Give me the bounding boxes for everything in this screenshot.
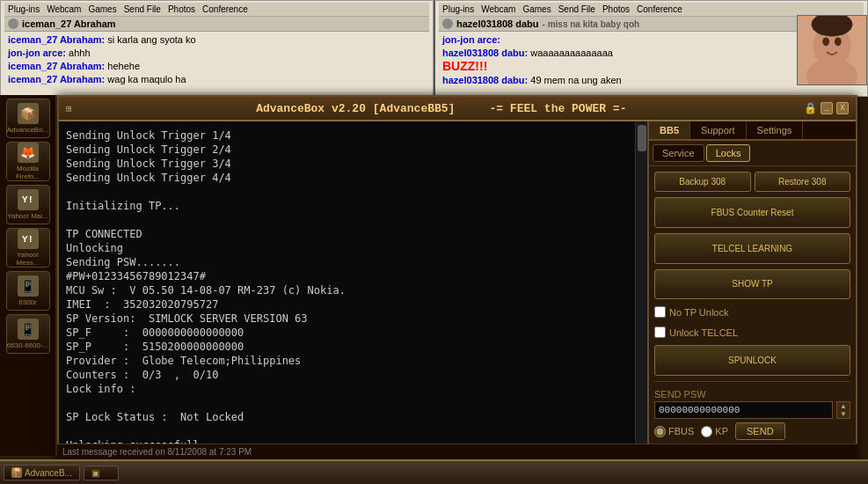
- sidebar-item-yahoomail[interactable]: Y! Yahoo! Mai...: [6, 185, 50, 224]
- toolbar-webcam-left[interactable]: Webcam: [47, 4, 81, 14]
- toolbar-games-right[interactable]: Games: [522, 4, 551, 14]
- status-text: Last message received on 8/11/2008 at 7:…: [62, 447, 252, 457]
- toolbar-photos-right[interactable]: Photos: [602, 4, 630, 14]
- no-tp-unlock-row: No TP Unlock: [654, 304, 850, 319]
- sidebar-item-yahoomess[interactable]: Y! Yahoo! Mess...: [6, 228, 50, 268]
- unlock-telcel-label: Unlock TELCEL: [669, 327, 738, 338]
- window-subtitle-text: -= FEEL the POWER =-: [489, 102, 626, 115]
- unlock-telcel-row: Unlock TELCEL: [654, 325, 850, 340]
- toolbar-plugins-right[interactable]: Plug-ins: [442, 4, 474, 14]
- send-button[interactable]: SEND: [735, 422, 785, 440]
- chat-toolbar-left: Plug-ins Webcam Games Send File Photos C…: [4, 3, 429, 17]
- toolbar-conference-left[interactable]: Conference: [202, 4, 248, 14]
- fbus-label: FBUS: [668, 426, 694, 436]
- sub-tab-service[interactable]: Service: [653, 144, 704, 162]
- show-tp-button[interactable]: SHOW TP: [654, 269, 850, 300]
- chat-username-right: hazel031808 dabu: [456, 18, 539, 29]
- backup-restore-row: Backup 308 Restore 308: [654, 172, 850, 192]
- kp-radio-label: KP: [701, 426, 728, 437]
- sidebar-label-6630: 6630-6600-...: [7, 341, 49, 349]
- spinner-down-button[interactable]: ▼: [837, 410, 850, 418]
- no-tp-unlock-checkbox[interactable]: [654, 306, 666, 318]
- console-output[interactable]: Sending Unlock Trigger 1/4 Sending Unloc…: [59, 121, 635, 458]
- chat-avatar-icon-left: [8, 18, 18, 29]
- sidebar: 📦 AdvanceBo... 🦊 Mozilla Firefo... Y! Ya…: [0, 95, 57, 456]
- close-button[interactable]: X: [836, 102, 849, 114]
- console-area: Sending Unlock Trigger 1/4 Sending Unloc…: [59, 121, 649, 476]
- tab-settings[interactable]: Settings: [747, 121, 804, 139]
- right-panel: BB5 Support Settings Service Locks Backu…: [649, 121, 856, 476]
- tab-bb5[interactable]: BB5: [649, 121, 690, 139]
- lock-icon: 🔒: [804, 102, 817, 115]
- window-content: Sending Unlock Trigger 1/4 Sending Unloc…: [59, 121, 856, 476]
- restore308-button[interactable]: Restore 308: [755, 172, 851, 192]
- taskbar-extra-icon: ▣: [91, 468, 99, 478]
- fbus-radio[interactable]: [654, 426, 666, 437]
- no-tp-unlock-label: No TP Unlock: [669, 307, 728, 318]
- spinner-up-button[interactable]: ▲: [837, 402, 850, 410]
- svg-point-3: [822, 37, 829, 46]
- taskbar-item-extra[interactable]: ▣: [84, 466, 119, 480]
- 6630-icon: 📱: [18, 319, 39, 340]
- tab-support[interactable]: Support: [690, 121, 747, 139]
- unlock-telcel-checkbox[interactable]: [654, 326, 666, 338]
- chat-msg-3: iceman_27 Abraham: hehehe: [8, 60, 426, 73]
- toolbar-sendfile-left[interactable]: Send File: [124, 4, 161, 14]
- toolbar-plugins-left[interactable]: Plug-ins: [8, 4, 40, 14]
- main-window: ⊞ AdvanceBox v2.20 [AdvanceBB5] -= FEEL …: [57, 95, 857, 478]
- toolbar-games-left[interactable]: Games: [88, 4, 116, 14]
- sidebar-label-yahoomail: Yahoo! Mai...: [7, 212, 48, 220]
- fbus-counter-reset-button[interactable]: FBUS Counter Reset: [654, 197, 850, 228]
- chat-avatar-icon-right: [442, 18, 453, 29]
- chat-username-left: iceman_27 Abraham: [22, 18, 116, 29]
- yahoomess-icon: Y!: [18, 229, 39, 249]
- firefox-icon: 🦊: [18, 143, 39, 163]
- taskbar-advancebox-label: AdvanceB...: [25, 468, 72, 478]
- kp-radio[interactable]: [701, 426, 712, 437]
- psw-spinner: ▲ ▼: [836, 401, 850, 419]
- sidebar-label-firefox: Mozilla Firefo...: [7, 165, 49, 180]
- advancebox-icon: 📦: [18, 103, 39, 124]
- sidebar-label-advancebox: AdvanceBo...: [7, 126, 49, 134]
- taskbar: 📦 AdvanceB... ▣: [0, 459, 868, 484]
- console-scrollbar[interactable]: [635, 121, 647, 458]
- psw-input[interactable]: [654, 401, 833, 419]
- sidebar-label-6300r: 6300r: [18, 298, 36, 306]
- toolbar-conference-right[interactable]: Conference: [637, 4, 682, 14]
- toolbar-sendfile-right[interactable]: Send File: [558, 4, 595, 14]
- taskbar-advancebox-icon: 📦: [11, 467, 22, 478]
- chat-window-left: Plug-ins Webcam Games Send File Photos C…: [0, 0, 434, 97]
- sidebar-item-advancebox[interactable]: 📦 AdvanceBo...: [6, 99, 50, 138]
- send-psw-section: SEND PSW ▲ ▼ FBUS: [654, 381, 850, 440]
- send-psw-row: ▲ ▼: [654, 401, 850, 419]
- toolbar-photos-left[interactable]: Photos: [168, 4, 195, 14]
- spunlock-button[interactable]: SPUNLOCK: [654, 345, 850, 376]
- avatar-photo: [797, 15, 867, 85]
- kp-label: KP: [715, 426, 728, 436]
- window-icon: ⊞: [66, 103, 72, 114]
- window-title-text: AdvanceBox v2.20 [AdvanceBB5]: [256, 102, 455, 115]
- minimize-button[interactable]: _: [821, 102, 833, 114]
- chat-window-right: Plug-ins Webcam Games Send File Photos C…: [434, 0, 868, 97]
- sidebar-item-firefox[interactable]: 🦊 Mozilla Firefo...: [6, 142, 50, 181]
- panel-buttons: Backup 308 Restore 308 FBUS Counter Rese…: [649, 166, 856, 445]
- sidebar-item-6630[interactable]: 📱 6630-6600-...: [6, 314, 50, 354]
- sidebar-item-6300r[interactable]: 📱 6300r: [6, 271, 50, 311]
- window-titlebar: ⊞ AdvanceBox v2.20 [AdvanceBB5] -= FEEL …: [59, 97, 856, 121]
- main-tabs-row: BB5 Support Settings: [649, 121, 856, 141]
- telcel-learning-button[interactable]: TELCEL LEARNING: [654, 233, 850, 264]
- fbus-radio-label: FBUS: [654, 426, 694, 437]
- chat-header-left: iceman_27 Abraham: [4, 17, 429, 32]
- backup308-button[interactable]: Backup 308: [654, 172, 751, 192]
- scrollbar-thumb: [638, 125, 646, 151]
- avatar-svg: [798, 15, 866, 85]
- yahoomail-icon: Y!: [18, 189, 39, 210]
- toolbar-webcam-right[interactable]: Webcam: [481, 4, 515, 14]
- 6300r-icon: 📱: [18, 275, 39, 297]
- send-psw-label: SEND PSW: [654, 387, 850, 401]
- chat-messages-left: iceman_27 Abraham: si karla ang syota ko…: [4, 32, 429, 88]
- svg-point-4: [835, 37, 842, 46]
- sub-tab-locks[interactable]: Locks: [706, 144, 751, 162]
- sub-tabs-row: Service Locks: [649, 141, 856, 166]
- taskbar-item-advancebox[interactable]: 📦 AdvanceB...: [4, 465, 80, 480]
